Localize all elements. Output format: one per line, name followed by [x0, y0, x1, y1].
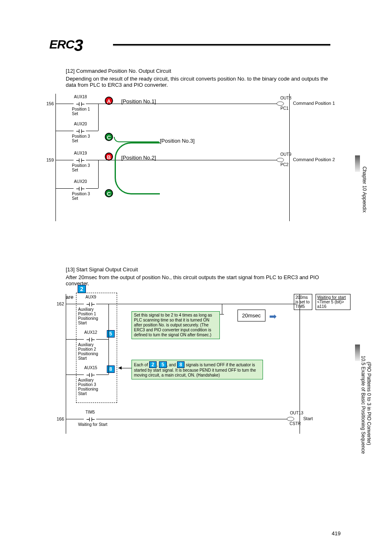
side-tab-1	[355, 155, 360, 172]
aux-sublabel: Position 1 Set	[72, 107, 90, 116]
w2: <Timer 5 (bit)>	[317, 300, 344, 304]
page-number: 419	[332, 530, 341, 536]
aux-label: AUX20	[74, 122, 87, 126]
pos1-label: [Position No.1]	[121, 98, 156, 104]
cp2-label: Command Position 2	[293, 157, 335, 162]
aux-sublabel: Position 3 Set	[72, 163, 90, 172]
b1: 200ms	[295, 295, 308, 300]
note-handshake: Each of 2, 5, and 8 signals is turned OF…	[131, 360, 263, 379]
badge-c1: C	[105, 133, 113, 141]
side-chapter: Chapter 10 Appendix	[362, 166, 367, 213]
aux-sublabel: Auxiliary Position 1 Positioning Start	[78, 307, 98, 325]
section13-head: [13] Start Signal Output Circuit	[66, 266, 367, 273]
pc-label: PC1	[281, 106, 288, 111]
logo: ERC3	[49, 36, 83, 55]
start-label: Start	[303, 416, 313, 421]
arrow-icon: ➡	[269, 311, 277, 322]
coil-out9	[277, 158, 284, 162]
b2: is set to	[295, 300, 309, 304]
b3: TIM5	[295, 304, 305, 309]
out-label: OUT9	[280, 152, 291, 157]
rung-num: 156	[42, 101, 54, 106]
rung-num: 159	[42, 157, 54, 162]
and: , and	[167, 363, 177, 367]
n2a: Each of	[134, 363, 149, 367]
aux-sublabel: Position 3 Set	[72, 192, 90, 201]
side-section-b: (PIO Patterns 0 to 3 in PIO Converter)	[366, 362, 372, 445]
sq2i: 2	[149, 361, 157, 368]
aux-label: AUX12	[84, 330, 97, 335]
aux-sublabel: Position 3 Set	[72, 134, 90, 143]
coil-out8	[277, 102, 284, 106]
sq-marker-8: 8	[107, 365, 115, 373]
side-section-a: 10.5 Example of Basic Positioning Sequen…	[360, 356, 366, 454]
rung-num: 162	[53, 301, 64, 306]
note-scan-time: Set this signal to be 2 to 4 times as lo…	[131, 311, 220, 339]
sq8i: 8	[177, 361, 185, 368]
sq5i: 5	[159, 361, 167, 368]
aux-sublabel: Auxiliary Position 3 Positioning Start	[78, 378, 98, 396]
aux-label: AUX18	[74, 95, 87, 99]
coil-out13	[287, 417, 294, 421]
section12-head: [12] Commanded Position No. Output Circu…	[66, 68, 367, 74]
tim5-label: TIM5	[85, 410, 95, 414]
badge-c2: C	[105, 189, 113, 197]
aux-label: AUX19	[74, 151, 87, 155]
box-200ms: 200ms is set to TIM5	[294, 294, 312, 310]
rung-num: 166	[53, 416, 64, 421]
out-label: OUT13	[290, 411, 303, 415]
logo-brand: ERC	[49, 37, 74, 51]
cp1-label: Command Position 1	[293, 101, 335, 106]
out-label: OUT8	[280, 96, 291, 100]
pc-label: PC2	[281, 162, 288, 167]
w3: a116	[317, 304, 326, 309]
pos3-label: [Position No.3]	[160, 138, 195, 144]
logo-num: 3	[74, 36, 83, 54]
sq-marker-5: 5	[107, 330, 115, 338]
cstr-label: CSTR	[290, 421, 301, 426]
tim5-sublabel: Waiting for Start	[78, 422, 107, 427]
page: ERC3 [12] Commanded Position No. Output …	[0, 0, 392, 555]
badge-b: B	[105, 153, 113, 161]
sq-marker-2-head: 2	[78, 285, 86, 293]
aux-label: AUX15	[84, 365, 97, 370]
ladder-diagram-2: 2 162 ⊣ ⊢ AUX9 Auxiliary Position 1 Posi…	[55, 294, 367, 434]
badge-a: A	[105, 97, 113, 105]
section13-desc: After 20msec from the output of position…	[66, 274, 330, 287]
ladder-diagram-1: 156 ⊣ ⊢ AUX18 Position 1 Set A [Position…	[55, 94, 290, 221]
timer-20ms-box: 20msec	[238, 310, 265, 321]
aux-sublabel: Auxiliary Position 2 Positioning Start	[78, 342, 98, 361]
box-waiting: Waiting for start <Timer 5 (bit)> a116	[316, 294, 350, 310]
aux-label: AUX20	[74, 179, 87, 184]
section12-desc: Depending on the result of the ready cir…	[66, 76, 330, 88]
w1: Waiting for start	[317, 295, 346, 300]
side-tab-2	[355, 345, 360, 361]
aux-label: AUX9	[85, 295, 96, 299]
top-rule	[113, 44, 330, 45]
